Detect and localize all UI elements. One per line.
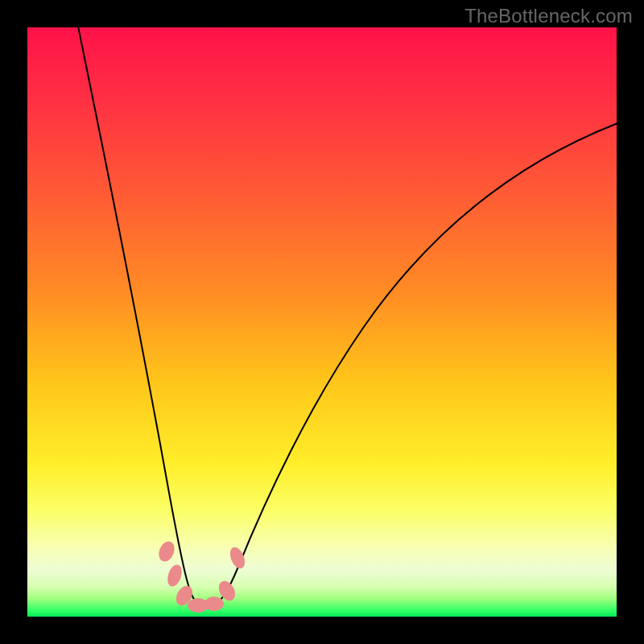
svg-point-0 bbox=[156, 539, 177, 564]
svg-point-1 bbox=[165, 563, 184, 588]
curve-path bbox=[77, 23, 620, 607]
bottleneck-curve bbox=[27, 27, 617, 617]
watermark-text: TheBottleneck.com bbox=[464, 5, 633, 27]
svg-point-4 bbox=[204, 597, 224, 611]
svg-point-6 bbox=[227, 545, 247, 571]
plot-frame bbox=[27, 27, 617, 617]
